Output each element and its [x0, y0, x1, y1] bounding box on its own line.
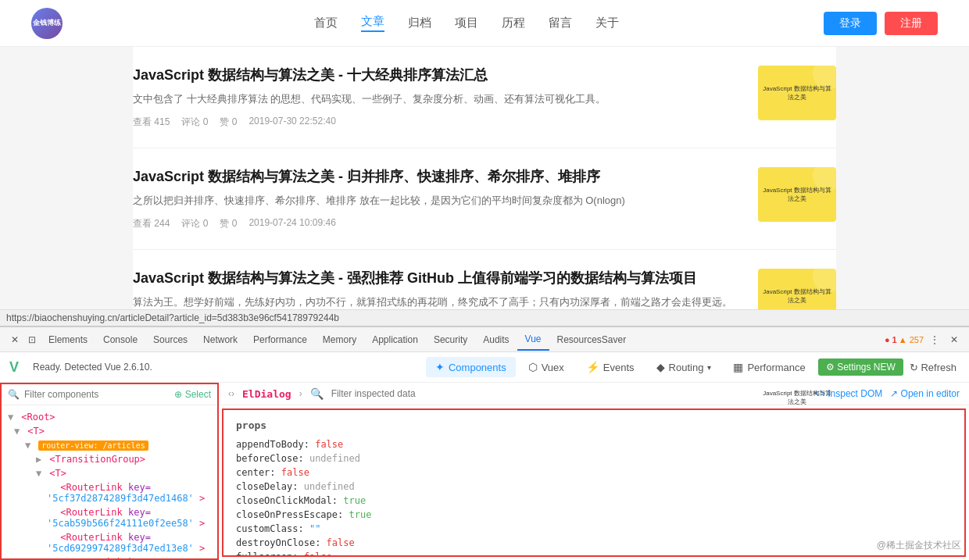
nav-articles[interactable]: 文章	[361, 14, 384, 32]
selected-component-label: ElDialog	[242, 388, 291, 400]
vue-tab-events[interactable]: ⚡ Events	[577, 357, 644, 377]
article-title[interactable]: JavaScript 数据结构与算法之美 - 归并排序、快速排序、希尔排序、堆排…	[133, 167, 742, 187]
nav-about[interactable]: 关于	[595, 16, 619, 30]
tree-node-routerview[interactable]: ▼ router-view: /articles	[2, 438, 217, 452]
vue-devtools-bar: V Ready. Detected Vue 2.6.10. ✦ Componen…	[0, 352, 969, 383]
component-search-bar: 🔍 ⊕ Select	[2, 384, 217, 405]
vue-tab-performance[interactable]: ▦ Performance	[724, 357, 814, 377]
open-editor-button[interactable]: ↗ Open in editor	[890, 388, 960, 399]
components-icon: ✦	[435, 361, 445, 373]
tab-sources[interactable]: Sources	[145, 330, 195, 350]
tab-audits[interactable]: Audits	[475, 330, 517, 350]
tree-node-root[interactable]: ▼ <Root>	[2, 410, 217, 424]
list-item: destroyOnClose: false	[236, 536, 952, 550]
tab-application[interactable]: Application	[364, 330, 426, 350]
devtools-more-btn[interactable]: ⋮	[925, 331, 944, 348]
vue-tab-vuex[interactable]: ⬡ Vuex	[519, 357, 574, 377]
select-icon: ⊕	[174, 389, 184, 400]
nav-projects[interactable]: 项目	[455, 16, 478, 30]
article-thumbnail: JavaScript 数据结构与算法之美	[758, 167, 836, 222]
article-title[interactable]: JavaScript 数据结构与算法之美 - 强烈推荐 GitHub 上值得前端…	[133, 269, 742, 288]
events-icon: ⚡	[586, 361, 599, 373]
list-item: center: false	[236, 465, 952, 480]
component-tree-body: ▼ <Root> ▼ <T> ▼ router-view: /articles …	[2, 405, 217, 558]
article-date: 2019-07-24 10:09:46	[249, 217, 335, 230]
breadcrumb-sep-icon: ‹›	[228, 388, 234, 399]
article-comments: 评论 0	[181, 217, 208, 230]
article-views: 查看 244	[133, 217, 170, 230]
list-item: closeDelay: undefined	[236, 480, 952, 494]
list-item[interactable]: <RouterLink key= '5cab59b566f24111e0f2ee…	[2, 505, 217, 530]
expand-arrow-icon: ▶	[36, 454, 44, 465]
inspector-header: ‹› ElDialog › 🔍 <> Inspect DOM ↗ Open in…	[219, 383, 969, 405]
devtools-close-btn[interactable]: ✕	[6, 331, 23, 348]
component-filter-input[interactable]	[24, 389, 170, 400]
thumb-text: JavaScript 数据结构与算法之美	[762, 287, 832, 305]
nav-comments[interactable]: 留言	[549, 16, 572, 30]
article-content: JavaScript 数据结构与算法之美 - 十大经典排序算法汇总 文中包含了 …	[133, 66, 742, 129]
tab-performance[interactable]: Performance	[245, 330, 315, 350]
register-button[interactable]: 注册	[885, 12, 938, 35]
devtools-content: 🔍 ⊕ Select ▼ <Root> ▼ <T> ▼ rout	[0, 383, 969, 560]
status-bar: https://biaochenshuying.cn/articleDetail…	[0, 309, 969, 326]
tab-memory[interactable]: Memory	[315, 330, 364, 350]
leaf-icon	[47, 482, 55, 493]
component-select-button[interactable]: ⊕ Select	[174, 389, 211, 400]
tab-elements[interactable]: Elements	[41, 330, 95, 350]
devtools-status-area: ● 1 ▲ 257 ⋮ ✕	[885, 331, 963, 348]
devtools-dock-btn[interactable]: ⊡	[23, 331, 41, 348]
thumb-text: JavaScript 数据结构与算法之美	[762, 389, 832, 406]
routerlink-tag: <RouterLink	[60, 482, 122, 493]
status-url: https://biaochenshuying.cn/articleDetail…	[6, 312, 339, 323]
article-comments: 评论 0	[181, 116, 208, 129]
list-item[interactable]: <RouterLink key= '5cd6929974289f3d47ed13…	[2, 530, 217, 555]
article-likes: 赞 0	[220, 116, 237, 129]
article-desc: 文中包含了 十大经典排序算法 的思想、代码实现、一些例子、复杂度分析、动画、还有…	[133, 91, 742, 108]
list-item[interactable]: <RouterLink key= '5cf37d2874289f3d47ed14…	[2, 480, 217, 505]
routing-icon: ◆	[656, 361, 665, 373]
nav-links: 首页 文章 归档 项目 历程 留言 关于	[109, 14, 824, 32]
devtools-tabbar: ✕ ⊡ Elements Console Sources Network Per…	[0, 327, 969, 352]
tag-t2: <T>	[49, 468, 66, 479]
vue-settings-button[interactable]: ⚙ Settings NEW	[818, 358, 903, 376]
routerlink-tag: <RouterLink	[60, 507, 122, 518]
router-view-badge: router-view: /articles	[38, 441, 148, 451]
tab-network[interactable]: Network	[195, 330, 245, 350]
search-icon: 🔍	[8, 389, 20, 400]
leaf-icon	[47, 557, 55, 558]
tab-vue[interactable]: Vue	[517, 329, 549, 351]
article-views: 查看 415	[133, 116, 170, 129]
error-count-badge: ● 1	[885, 335, 897, 344]
article-title[interactable]: JavaScript 数据结构与算法之美 - 十大经典排序算法汇总	[133, 66, 742, 85]
watermark: @稀土掘金技术社区	[877, 539, 961, 552]
vue-refresh-button[interactable]: ↻ Refresh	[906, 358, 960, 376]
list-item: beforeClose: undefined	[236, 451, 952, 465]
nav-history[interactable]: 历程	[502, 16, 525, 30]
tab-resourcessaver[interactable]: ResourcesSaver	[549, 330, 635, 350]
article-thumbnail: JavaScript 数据结构与算法之美	[758, 66, 836, 120]
devtools-panel: ✕ ⊡ Elements Console Sources Network Per…	[0, 326, 969, 560]
tree-node-t2[interactable]: ▼ <T>	[2, 466, 217, 480]
devtools-undock-btn[interactable]: ✕	[946, 331, 963, 348]
vue-tab-components[interactable]: ✦ Components	[426, 357, 516, 377]
tag-t: <T>	[27, 426, 45, 437]
inspector-filter-input[interactable]	[331, 388, 806, 399]
login-button[interactable]: 登录	[824, 12, 877, 35]
site-logo[interactable]: 金钱博练	[31, 8, 63, 39]
tab-security[interactable]: Security	[426, 330, 475, 350]
routerlink-tag: <RouterLink	[60, 557, 122, 558]
thumb-text: JavaScript 数据结构与算法之美	[762, 84, 832, 102]
article-item: JavaScript 数据结构与算法之美 - 归并排序、快速排序、希尔排序、堆排…	[133, 148, 836, 250]
article-meta: 查看 244 评论 0 赞 0 2019-07-24 10:09:46	[133, 217, 742, 230]
nav-archive[interactable]: 归档	[408, 16, 431, 30]
list-item: closeOnClickModal: true	[236, 494, 952, 508]
warn-count-badge: ▲ 257	[899, 335, 924, 344]
logo-text: 金钱博练	[33, 19, 61, 27]
tree-node-transitiongroup[interactable]: ▶ <TransitionGroup>	[2, 452, 217, 466]
tree-node-t1[interactable]: ▼ <T>	[2, 424, 217, 438]
props-section-label: props	[236, 419, 952, 431]
vue-tab-routing[interactable]: ◆ Routing ▾	[647, 357, 721, 377]
tab-console[interactable]: Console	[95, 330, 145, 350]
nav-home[interactable]: 首页	[314, 16, 338, 30]
list-item[interactable]: <RouterLink key= '5bf4b78a245738373274df…	[2, 555, 217, 558]
